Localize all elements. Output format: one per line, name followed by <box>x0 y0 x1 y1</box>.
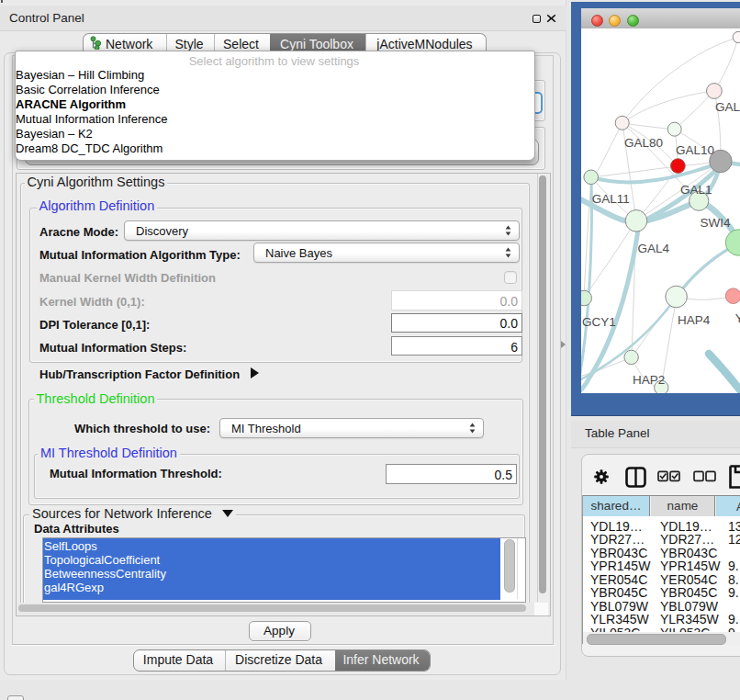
svg-text:GCY1: GCY1 <box>582 315 616 329</box>
svg-text:GAL1: GAL1 <box>680 183 712 197</box>
svg-text:GAL7: GAL7 <box>715 100 740 114</box>
svg-text:SWI4: SWI4 <box>701 216 731 230</box>
svg-text:YD: YD <box>735 311 740 325</box>
svg-text:HAP2: HAP2 <box>633 373 665 387</box>
svg-text:GAL10: GAL10 <box>676 143 714 157</box>
svg-text:HAP4: HAP4 <box>678 313 711 327</box>
svg-text:GAL4: GAL4 <box>637 242 669 255</box>
svg-text:GAL11: GAL11 <box>592 192 630 206</box>
svg-text:GAL80: GAL80 <box>624 136 663 150</box>
